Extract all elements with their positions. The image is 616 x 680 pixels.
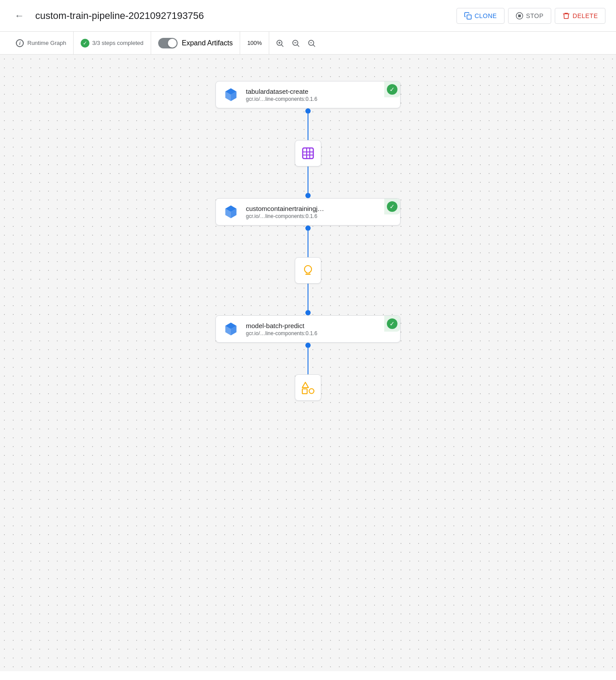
svg-line-9 [297, 44, 299, 46]
connector-dot [305, 193, 311, 198]
zoom-fit-icon [307, 39, 316, 48]
status-check-icon: ✓ [387, 201, 397, 212]
delete-button[interactable]: DELETE [555, 8, 605, 24]
steps-completed: ✓ 3/3 steps completed [74, 32, 151, 54]
pipeline-canvas[interactable]: tabulardataset-create gcr.io/…line-compo… [0, 55, 616, 671]
svg-marker-32 [302, 382, 308, 388]
stop-icon [516, 12, 523, 20]
connector-line [308, 114, 308, 140]
node-status-badge: ✓ [384, 199, 400, 214]
steps-check-icon: ✓ [81, 39, 89, 48]
node-cube-icon [223, 321, 239, 337]
toggle-knob [168, 39, 177, 48]
zoom-out-icon [291, 39, 300, 48]
artifact-node-tabular[interactable] [295, 140, 321, 166]
zoom-in-icon [275, 39, 284, 48]
model-artifact-icon [301, 263, 315, 277]
svg-line-11 [313, 44, 315, 46]
output-artifact-icon [301, 380, 315, 395]
connector-dot [305, 343, 311, 348]
expand-artifacts-toggle-container: Expand Artifacts [151, 32, 241, 54]
node-info: tabulardataset-create gcr.io/…line-compo… [246, 88, 393, 102]
svg-rect-33 [302, 389, 307, 394]
pipeline-node-tabulardataset-create[interactable]: tabulardataset-create gcr.io/…line-compo… [215, 81, 401, 108]
svg-line-6 [282, 44, 283, 46]
zoom-out-button[interactable] [289, 36, 303, 50]
runtime-graph-btn[interactable]: i Runtime Graph [9, 32, 74, 54]
node-name: model-batch-predict [246, 322, 393, 329]
connector-segment-2 [305, 166, 311, 198]
svg-rect-0 [467, 15, 471, 19]
tabular-dataset-icon [301, 146, 315, 160]
node-cube-icon [223, 87, 239, 103]
clone-button[interactable]: CLONE [456, 8, 505, 24]
connector-line [308, 166, 308, 193]
page-title: custom-train-pipeline-20210927193756 [35, 10, 449, 22]
status-check-icon: ✓ [387, 318, 397, 329]
header: ← custom-train-pipeline-20210927193756 C… [0, 0, 616, 32]
node-info: customcontainertrainingj… gcr.io/…line-c… [246, 205, 393, 219]
stop-button[interactable]: STOP [508, 8, 551, 24]
node-status-badge: ✓ [384, 81, 400, 97]
pipeline-node-model-batch-predict[interactable]: model-batch-predict gcr.io/…line-compone… [215, 315, 401, 343]
artifact-node-model[interactable] [295, 257, 321, 284]
node-subtitle: gcr.io/…line-components:0.1.6 [246, 330, 393, 336]
clone-icon [464, 12, 472, 20]
status-check-icon: ✓ [387, 84, 397, 95]
node-subtitle: gcr.io/…line-components:0.1.6 [246, 96, 393, 102]
connector-segment-1 [305, 108, 311, 140]
zoom-in-button[interactable] [273, 36, 287, 50]
zoom-fit-button[interactable] [304, 36, 319, 50]
connector-dot [305, 225, 311, 231]
node-subtitle: gcr.io/…line-components:0.1.6 [246, 213, 393, 219]
zoom-controls [269, 32, 322, 54]
pipeline-node-customcontainertraining[interactable]: customcontainertrainingj… gcr.io/…line-c… [215, 198, 401, 225]
back-button[interactable]: ← [11, 7, 28, 25]
svg-rect-17 [303, 148, 313, 159]
expand-artifacts-toggle[interactable] [158, 38, 178, 48]
svg-point-34 [309, 389, 314, 394]
info-icon: i [16, 39, 24, 47]
svg-rect-2 [518, 15, 521, 17]
connector-dot [305, 108, 311, 114]
pipeline-graph: tabulardataset-create gcr.io/…line-compo… [215, 81, 401, 401]
node-name: tabulardataset-create [246, 88, 393, 95]
connector-line [308, 348, 308, 374]
connector-line [308, 284, 308, 310]
connector-segment-3 [305, 225, 311, 257]
connector-segment-4 [305, 284, 311, 315]
connector-line [308, 231, 308, 257]
connector-segment-5 [305, 343, 311, 374]
node-info: model-batch-predict gcr.io/…line-compone… [246, 322, 393, 336]
node-name: customcontainertrainingj… [246, 205, 393, 212]
zoom-level-display: 100% [240, 32, 269, 54]
connector-dot [305, 310, 311, 315]
header-actions: CLONE STOP DELETE [456, 8, 605, 24]
node-cube-icon [223, 204, 239, 220]
artifact-node-output[interactable] [295, 374, 321, 401]
node-status-badge: ✓ [384, 316, 400, 332]
delete-icon [562, 12, 570, 20]
toolbar: i Runtime Graph ✓ 3/3 steps completed Ex… [0, 32, 616, 55]
